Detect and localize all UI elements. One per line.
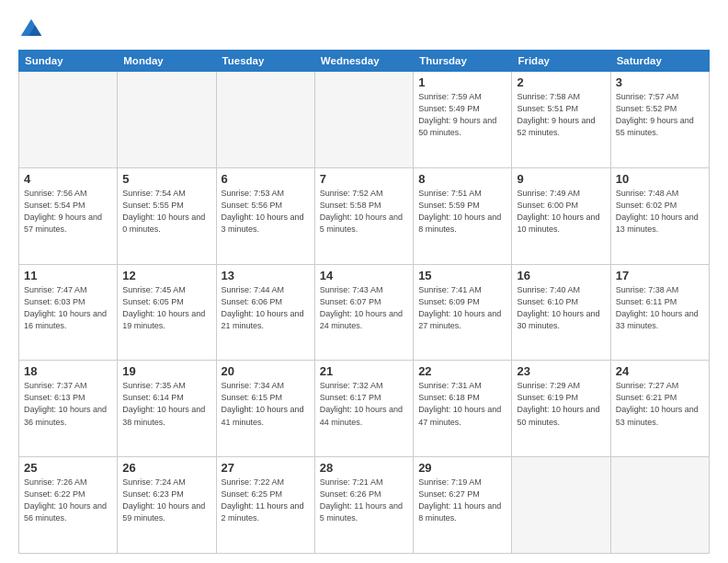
calendar-cell: 28Sunrise: 7:21 AMSunset: 6:26 PMDayligh…: [314, 457, 413, 554]
day-number: 25: [24, 461, 112, 475]
day-of-week-header: Monday: [118, 51, 216, 72]
day-info: Sunrise: 7:24 AMSunset: 6:23 PMDaylight:…: [122, 477, 210, 524]
day-number: 7: [320, 172, 408, 186]
day-number: 19: [122, 364, 210, 378]
calendar-cell: [216, 72, 314, 168]
day-number: 16: [517, 269, 605, 282]
day-number: 14: [320, 269, 408, 282]
day-of-week-header: Thursday: [414, 51, 512, 72]
day-info: Sunrise: 7:38 AMSunset: 6:11 PMDaylight:…: [616, 284, 704, 332]
calendar-cell: 22Sunrise: 7:31 AMSunset: 6:18 PMDayligh…: [414, 361, 512, 457]
calendar-cell: [512, 457, 610, 554]
day-info: Sunrise: 7:40 AMSunset: 6:10 PMDaylight:…: [517, 284, 605, 332]
day-number: 22: [418, 364, 506, 378]
day-info: Sunrise: 7:43 AMSunset: 6:07 PMDaylight:…: [320, 284, 408, 332]
day-info: Sunrise: 7:22 AMSunset: 6:25 PMDaylight:…: [222, 477, 310, 524]
day-info: Sunrise: 7:54 AMSunset: 5:55 PMDaylight:…: [122, 188, 210, 236]
day-info: Sunrise: 7:19 AMSunset: 6:27 PMDaylight:…: [418, 477, 506, 524]
calendar-cell: 7Sunrise: 7:52 AMSunset: 5:58 PMDaylight…: [314, 167, 413, 264]
logo-icon: [18, 17, 44, 42]
page: SundayMondayTuesdayWednesdayThursdayFrid…: [0, 0, 728, 563]
calendar-cell: 20Sunrise: 7:34 AMSunset: 6:15 PMDayligh…: [216, 361, 314, 457]
calendar-cell: 11Sunrise: 7:47 AMSunset: 6:03 PMDayligh…: [19, 264, 118, 361]
day-info: Sunrise: 7:29 AMSunset: 6:19 PMDaylight:…: [517, 380, 605, 428]
header: [18, 17, 710, 42]
day-number: 6: [222, 172, 310, 186]
day-number: 8: [418, 172, 506, 186]
calendar-cell: 27Sunrise: 7:22 AMSunset: 6:25 PMDayligh…: [216, 457, 314, 554]
calendar-week-row: 18Sunrise: 7:37 AMSunset: 6:13 PMDayligh…: [19, 361, 710, 457]
day-info: Sunrise: 7:59 AMSunset: 5:49 PMDaylight:…: [418, 91, 506, 139]
calendar-week-row: 1Sunrise: 7:59 AMSunset: 5:49 PMDaylight…: [19, 72, 710, 168]
calendar-cell: 13Sunrise: 7:44 AMSunset: 6:06 PMDayligh…: [216, 264, 314, 361]
calendar-cell: 6Sunrise: 7:53 AMSunset: 5:56 PMDaylight…: [216, 167, 314, 264]
day-info: Sunrise: 7:35 AMSunset: 6:14 PMDaylight:…: [122, 380, 210, 428]
calendar-cell: 24Sunrise: 7:27 AMSunset: 6:21 PMDayligh…: [610, 361, 709, 457]
day-number: 13: [222, 269, 310, 282]
day-of-week-header: Friday: [512, 51, 610, 72]
calendar: SundayMondayTuesdayWednesdayThursdayFrid…: [18, 50, 710, 554]
day-number: 15: [418, 269, 506, 282]
logo: [18, 17, 48, 42]
calendar-cell: 4Sunrise: 7:56 AMSunset: 5:54 PMDaylight…: [19, 167, 118, 264]
calendar-cell: 15Sunrise: 7:41 AMSunset: 6:09 PMDayligh…: [414, 264, 512, 361]
day-number: 12: [122, 269, 210, 282]
day-info: Sunrise: 7:58 AMSunset: 5:51 PMDaylight:…: [517, 91, 605, 139]
day-info: Sunrise: 7:52 AMSunset: 5:58 PMDaylight:…: [320, 188, 408, 236]
calendar-cell: [314, 72, 413, 168]
day-info: Sunrise: 7:41 AMSunset: 6:09 PMDaylight:…: [418, 284, 506, 332]
calendar-cell: 5Sunrise: 7:54 AMSunset: 5:55 PMDaylight…: [118, 167, 216, 264]
day-number: 10: [616, 172, 704, 186]
calendar-cell: 25Sunrise: 7:26 AMSunset: 6:22 PMDayligh…: [19, 457, 118, 554]
calendar-cell: [19, 72, 118, 168]
day-info: Sunrise: 7:53 AMSunset: 5:56 PMDaylight:…: [222, 188, 310, 236]
calendar-cell: 16Sunrise: 7:40 AMSunset: 6:10 PMDayligh…: [512, 264, 610, 361]
day-info: Sunrise: 7:56 AMSunset: 5:54 PMDaylight:…: [24, 188, 112, 236]
calendar-week-row: 11Sunrise: 7:47 AMSunset: 6:03 PMDayligh…: [19, 264, 710, 361]
calendar-header-row: SundayMondayTuesdayWednesdayThursdayFrid…: [19, 51, 710, 72]
day-number: 5: [122, 172, 210, 186]
day-info: Sunrise: 7:32 AMSunset: 6:17 PMDaylight:…: [320, 380, 408, 428]
day-of-week-header: Saturday: [610, 51, 709, 72]
calendar-cell: 14Sunrise: 7:43 AMSunset: 6:07 PMDayligh…: [314, 264, 413, 361]
day-number: 21: [320, 364, 408, 378]
calendar-cell: 19Sunrise: 7:35 AMSunset: 6:14 PMDayligh…: [118, 361, 216, 457]
day-number: 23: [517, 364, 605, 378]
calendar-cell: [610, 457, 709, 554]
calendar-cell: 2Sunrise: 7:58 AMSunset: 5:51 PMDaylight…: [512, 72, 610, 168]
day-number: 3: [616, 75, 704, 89]
day-number: 1: [418, 75, 506, 89]
day-info: Sunrise: 7:26 AMSunset: 6:22 PMDaylight:…: [24, 477, 112, 524]
day-info: Sunrise: 7:57 AMSunset: 5:52 PMDaylight:…: [616, 91, 704, 139]
day-info: Sunrise: 7:45 AMSunset: 6:05 PMDaylight:…: [122, 284, 210, 332]
day-info: Sunrise: 7:48 AMSunset: 6:02 PMDaylight:…: [616, 188, 704, 236]
day-number: 18: [24, 364, 112, 378]
calendar-cell: 18Sunrise: 7:37 AMSunset: 6:13 PMDayligh…: [19, 361, 118, 457]
calendar-cell: 26Sunrise: 7:24 AMSunset: 6:23 PMDayligh…: [118, 457, 216, 554]
day-number: 26: [122, 461, 210, 475]
day-info: Sunrise: 7:49 AMSunset: 6:00 PMDaylight:…: [517, 188, 605, 236]
calendar-cell: 29Sunrise: 7:19 AMSunset: 6:27 PMDayligh…: [414, 457, 512, 554]
calendar-cell: 9Sunrise: 7:49 AMSunset: 6:00 PMDaylight…: [512, 167, 610, 264]
day-number: 11: [24, 269, 112, 282]
day-info: Sunrise: 7:51 AMSunset: 5:59 PMDaylight:…: [418, 188, 506, 236]
day-number: 29: [418, 461, 506, 475]
calendar-cell: 12Sunrise: 7:45 AMSunset: 6:05 PMDayligh…: [118, 264, 216, 361]
day-of-week-header: Sunday: [19, 51, 118, 72]
day-number: 17: [616, 269, 704, 282]
day-info: Sunrise: 7:21 AMSunset: 6:26 PMDaylight:…: [320, 477, 408, 524]
day-of-week-header: Tuesday: [216, 51, 314, 72]
day-number: 20: [222, 364, 310, 378]
day-info: Sunrise: 7:27 AMSunset: 6:21 PMDaylight:…: [616, 380, 704, 428]
day-info: Sunrise: 7:37 AMSunset: 6:13 PMDaylight:…: [24, 380, 112, 428]
day-number: 9: [517, 172, 605, 186]
calendar-cell: [118, 72, 216, 168]
calendar-cell: 8Sunrise: 7:51 AMSunset: 5:59 PMDaylight…: [414, 167, 512, 264]
calendar-week-row: 25Sunrise: 7:26 AMSunset: 6:22 PMDayligh…: [19, 457, 710, 554]
day-number: 4: [24, 172, 112, 186]
day-info: Sunrise: 7:34 AMSunset: 6:15 PMDaylight:…: [222, 380, 310, 428]
calendar-cell: 17Sunrise: 7:38 AMSunset: 6:11 PMDayligh…: [610, 264, 709, 361]
day-info: Sunrise: 7:31 AMSunset: 6:18 PMDaylight:…: [418, 380, 506, 428]
day-number: 24: [616, 364, 704, 378]
day-number: 27: [222, 461, 310, 475]
